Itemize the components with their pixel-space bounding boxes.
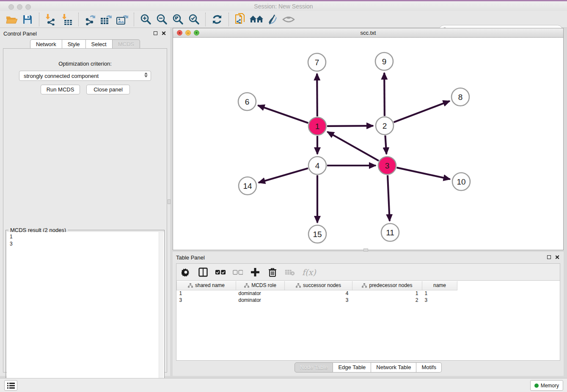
hide-selected-icon (266, 14, 279, 25)
run-mcds-button[interactable]: Run MCDS (41, 85, 80, 94)
delete-column-button[interactable] (267, 267, 278, 277)
col-name[interactable]: name (422, 281, 457, 290)
split-panel-button[interactable] (198, 267, 208, 277)
export-network-icon (84, 14, 96, 25)
horizontal-splitter-handle[interactable] (363, 248, 368, 251)
mcds-panel: Optimization criterion: strongly connect… (3, 48, 167, 373)
mcds-result-text[interactable]: 1 3 (7, 232, 164, 389)
graph-edge-1-7[interactable] (317, 74, 317, 116)
graph-edge-1-6[interactable] (258, 105, 308, 123)
table-tabs: Node Table Edge Table Network Table Moti… (173, 362, 564, 373)
select-all-checkboxes-button[interactable] (215, 267, 226, 277)
optimization-criterion-select[interactable]: strongly connected component (19, 71, 151, 81)
graph-edge-1-2[interactable] (327, 126, 373, 126)
graph-edge-3-11[interactable] (388, 175, 390, 221)
new-network-from-selection-button[interactable] (232, 12, 248, 27)
table-cell[interactable]: 3 (177, 297, 236, 304)
refresh-button[interactable] (209, 12, 225, 27)
table-cell[interactable]: dominator (236, 297, 285, 304)
export-table-button[interactable] (98, 12, 114, 27)
show-all-button[interactable] (281, 12, 297, 27)
task-history-button[interactable] (4, 380, 17, 391)
float-panel-icon[interactable] (154, 31, 157, 35)
trash-icon (268, 268, 277, 277)
table-cell[interactable]: 4 (285, 290, 352, 297)
tab-node-table[interactable]: Node Table (295, 362, 333, 373)
select-stepper-icon (144, 72, 148, 77)
table-row[interactable]: 1dominator411 (177, 290, 457, 297)
deselect-all-checkboxes-button[interactable] (233, 267, 243, 277)
import-table-icon (61, 14, 73, 25)
network-window-titlebar[interactable]: × − + scc.txt (173, 28, 563, 38)
graph-edge-3-10[interactable] (396, 168, 450, 179)
graph-edge-3-1[interactable] (328, 132, 379, 160)
add-column-button[interactable] (250, 267, 260, 277)
graph-node-label-10: 10 (457, 177, 465, 186)
table-header-row: shared name MCDS role successor nodes pr… (177, 281, 457, 290)
save-session-button[interactable] (19, 12, 36, 27)
col-predecessor-nodes[interactable]: predecessor nodes (352, 281, 422, 290)
import-network-icon (45, 14, 57, 25)
memory-label: Memory (541, 383, 559, 389)
zoom-fit-button[interactable] (170, 12, 186, 27)
import-network-button[interactable] (43, 12, 59, 27)
memory-button[interactable]: Memory (530, 380, 563, 391)
export-network-button[interactable] (82, 12, 98, 27)
hide-selected-button[interactable] (264, 12, 281, 27)
tab-network-table[interactable]: Network Table (371, 362, 416, 373)
table-cell[interactable]: 3 (285, 297, 352, 304)
optimization-criterion-value: strongly connected component (24, 73, 99, 79)
network-canvas-svg[interactable]: 7968124314101511 (173, 38, 563, 250)
col-successor-nodes[interactable]: successor nodes (285, 281, 352, 290)
graph-edge-2-8[interactable] (394, 101, 450, 122)
zoom-out-button[interactable] (154, 12, 170, 27)
show-all-icon (282, 14, 295, 25)
first-neighbors-button[interactable] (248, 12, 264, 27)
result-scrollbar[interactable] (159, 232, 163, 389)
new-network-from-selection-icon (234, 13, 246, 26)
graph-node-label-4: 4 (315, 161, 320, 170)
tab-motifs[interactable]: Motifs (416, 362, 442, 373)
col-shared-name[interactable]: shared name (177, 281, 236, 290)
graph-node-label-3: 3 (385, 161, 390, 170)
table-cell[interactable]: 1 (352, 290, 422, 297)
close-panel-button[interactable]: Close panel (86, 85, 130, 94)
delete-table-icon (285, 268, 295, 276)
graph-edge-2-3[interactable] (385, 135, 386, 154)
zoom-selected-button[interactable] (186, 12, 202, 27)
vertical-splitter-handle[interactable] (168, 199, 171, 204)
control-panel-title: Control Panel (3, 30, 37, 37)
close-table-panel-icon[interactable] (555, 255, 559, 259)
table-cell[interactable]: 1 (422, 290, 457, 297)
zoom-in-button[interactable] (138, 12, 154, 27)
list-icon (7, 383, 15, 389)
optimization-criterion-label: Optimization criterion: (3, 61, 167, 67)
node-table: shared name MCDS role successor nodes pr… (176, 281, 457, 304)
float-table-panel-icon[interactable] (547, 255, 551, 259)
column-settings-button[interactable] (181, 267, 191, 277)
column-type-icon (188, 283, 193, 288)
tab-edge-table[interactable]: Edge Table (333, 362, 371, 373)
graph-edge-2-9[interactable] (384, 73, 385, 116)
main-toolbar (0, 11, 567, 28)
delete-table-button[interactable] (285, 267, 295, 277)
graph-node-label-15: 15 (313, 230, 322, 239)
open-session-button[interactable] (3, 12, 19, 27)
import-table-button[interactable] (59, 12, 75, 27)
graph-edge-4-14[interactable] (259, 168, 308, 182)
checked-boxes-icon (215, 269, 226, 275)
table-cell[interactable]: 3 (422, 297, 457, 304)
apply-function-button[interactable]: f(x) (302, 268, 316, 277)
col-mcds-role[interactable]: MCDS role (236, 281, 285, 290)
table-cell[interactable]: 2 (352, 297, 422, 304)
table-row[interactable]: 3dominator323 (177, 297, 457, 304)
zoom-selected-icon (188, 14, 200, 25)
network-view-window: × − + scc.txt 7968124314101511 (173, 28, 564, 250)
app-titlebar: Session: New Session (0, 1, 567, 11)
table-cell[interactable]: dominator (236, 290, 285, 297)
table-cell[interactable]: 1 (177, 290, 236, 297)
save-icon (22, 14, 33, 25)
close-panel-icon[interactable] (161, 31, 166, 36)
table-panel-title: Table Panel (176, 254, 205, 261)
export-image-button[interactable] (114, 12, 130, 27)
